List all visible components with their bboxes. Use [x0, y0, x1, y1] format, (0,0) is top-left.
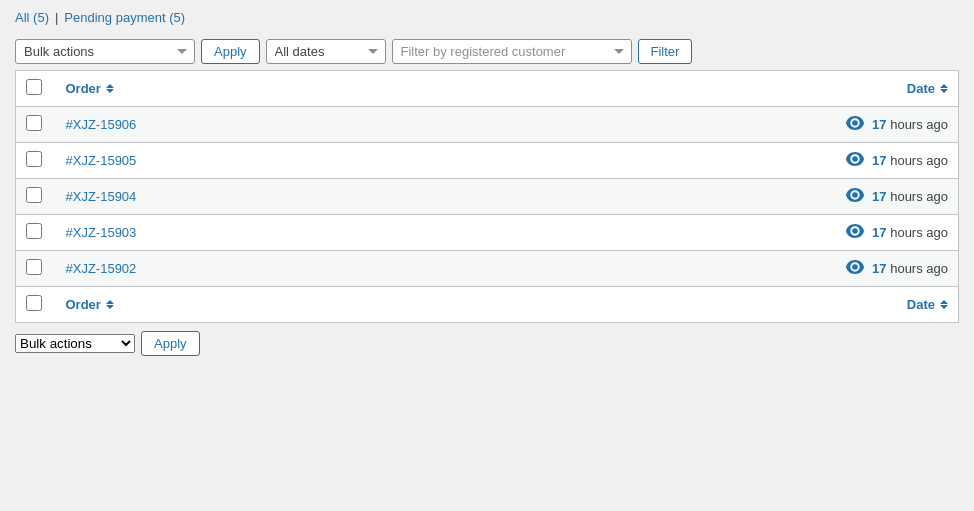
footer-checkbox-cell: [16, 287, 56, 323]
header-order-label: Order: [66, 81, 101, 96]
date-number: 17: [872, 117, 886, 132]
eye-icon[interactable]: [846, 188, 864, 205]
row-checkbox-cell: [16, 251, 56, 287]
date-time: hours ago: [887, 117, 948, 132]
header-date[interactable]: Date: [799, 71, 959, 107]
order-link[interactable]: #XJZ-15903: [66, 225, 137, 240]
row-date-cell: 17 hours ago: [799, 107, 959, 143]
order-sort-icon: [106, 84, 114, 93]
row-date-text: 17 hours ago: [872, 189, 948, 204]
row-checkbox-cell: [16, 179, 56, 215]
sort-up-icon: [106, 84, 114, 88]
row-checkbox-cell: [16, 107, 56, 143]
table-footer-row: Order Date: [16, 287, 959, 323]
eye-icon[interactable]: [846, 224, 864, 241]
tab-separator: |: [55, 10, 58, 25]
bulk-actions-select-top[interactable]: Bulk actionsMark processingMark on-holdM…: [15, 39, 195, 64]
date-time: hours ago: [887, 153, 948, 168]
table-row: #XJZ-15902 17 hours ago: [16, 251, 959, 287]
bulk-actions-select-bottom[interactable]: Bulk actionsMark processingMark on-holdM…: [15, 334, 135, 353]
table-row: #XJZ-15903 17 hours ago: [16, 215, 959, 251]
row-date-cell: 17 hours ago: [799, 179, 959, 215]
date-number: 17: [872, 153, 886, 168]
sort-up-icon: [940, 84, 948, 88]
sort-up-icon: [940, 300, 948, 304]
tab-all[interactable]: All (5): [15, 10, 49, 25]
row-checkbox[interactable]: [26, 259, 42, 275]
row-date-text: 17 hours ago: [872, 261, 948, 276]
eye-icon[interactable]: [846, 152, 864, 169]
tab-pending-label: Pending payment: [64, 10, 165, 25]
sort-up-icon: [106, 300, 114, 304]
sort-down-icon: [106, 89, 114, 93]
table-row: #XJZ-15905 17 hours ago: [16, 143, 959, 179]
row-order-cell: #XJZ-15902: [56, 251, 799, 287]
header-date-label: Date: [907, 81, 935, 96]
row-order-cell: #XJZ-15906: [56, 107, 799, 143]
eye-icon[interactable]: [846, 260, 864, 277]
sort-down-icon: [106, 305, 114, 309]
order-link[interactable]: #XJZ-15904: [66, 189, 137, 204]
footer-date-label: Date: [907, 297, 935, 312]
eye-icon[interactable]: [846, 116, 864, 133]
header-checkbox-cell: [16, 71, 56, 107]
table-row: #XJZ-15906 17 hours ago: [16, 107, 959, 143]
tab-pending-count: (5): [169, 10, 185, 25]
select-all-checkbox-top[interactable]: [26, 79, 42, 95]
row-date-cell: 17 hours ago: [799, 251, 959, 287]
row-date-cell: 17 hours ago: [799, 143, 959, 179]
sort-down-icon: [940, 89, 948, 93]
tab-pending[interactable]: Pending payment (5): [64, 10, 185, 25]
row-date-text: 17 hours ago: [872, 153, 948, 168]
footer-date-sort-icon: [940, 300, 948, 309]
table-row: #XJZ-15904 17 hours ago: [16, 179, 959, 215]
row-date-text: 17 hours ago: [872, 225, 948, 240]
order-link[interactable]: #XJZ-15905: [66, 153, 137, 168]
row-date-text: 17 hours ago: [872, 117, 948, 132]
table-header-row: Order Date: [16, 71, 959, 107]
tab-all-count: (5): [33, 10, 49, 25]
footer-order[interactable]: Order: [56, 287, 799, 323]
dates-select[interactable]: All dates: [266, 39, 386, 64]
date-number: 17: [872, 189, 886, 204]
footer-date[interactable]: Date: [799, 287, 959, 323]
row-checkbox[interactable]: [26, 151, 42, 167]
date-number: 17: [872, 261, 886, 276]
top-toolbar: Bulk actionsMark processingMark on-holdM…: [15, 33, 959, 70]
row-checkbox[interactable]: [26, 115, 42, 131]
customer-filter-select[interactable]: Filter by registered customer: [392, 39, 632, 64]
bottom-toolbar: Bulk actionsMark processingMark on-holdM…: [15, 323, 959, 360]
date-time: hours ago: [887, 261, 948, 276]
row-checkbox[interactable]: [26, 223, 42, 239]
footer-order-sort-icon: [106, 300, 114, 309]
row-checkbox-cell: [16, 143, 56, 179]
order-link[interactable]: #XJZ-15902: [66, 261, 137, 276]
row-date-cell: 17 hours ago: [799, 215, 959, 251]
filter-tabs: All (5) | Pending payment (5): [15, 10, 959, 25]
row-checkbox[interactable]: [26, 187, 42, 203]
row-checkbox-cell: [16, 215, 56, 251]
sort-down-icon: [940, 305, 948, 309]
tab-all-label: All: [15, 10, 29, 25]
footer-order-label: Order: [66, 297, 101, 312]
date-sort-icon: [940, 84, 948, 93]
date-number: 17: [872, 225, 886, 240]
row-order-cell: #XJZ-15905: [56, 143, 799, 179]
apply-button-bottom[interactable]: Apply: [141, 331, 200, 356]
select-all-checkbox-bottom[interactable]: [26, 295, 42, 311]
date-time: hours ago: [887, 189, 948, 204]
row-order-cell: #XJZ-15904: [56, 179, 799, 215]
header-order[interactable]: Order: [56, 71, 799, 107]
date-time: hours ago: [887, 225, 948, 240]
orders-table: Order Date: [15, 70, 959, 323]
order-link[interactable]: #XJZ-15906: [66, 117, 137, 132]
row-order-cell: #XJZ-15903: [56, 215, 799, 251]
filter-button[interactable]: Filter: [638, 39, 693, 64]
apply-button-top[interactable]: Apply: [201, 39, 260, 64]
order-rows: #XJZ-15906 17 hours ago#XJZ-15905 17 hou…: [16, 107, 959, 287]
